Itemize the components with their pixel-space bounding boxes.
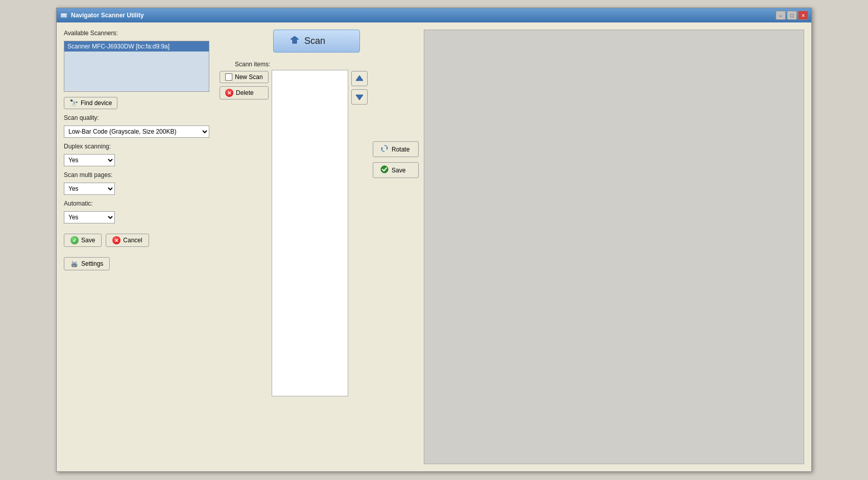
duplex-scanning-label: Duplex scanning: bbox=[64, 143, 209, 150]
main-window: Navigator Scanner Utility – □ ✕ Availabl… bbox=[56, 8, 812, 472]
scan-main-area: New Scan ✕ Delete bbox=[214, 70, 419, 396]
delete-button[interactable]: ✕ Delete bbox=[220, 86, 269, 99]
cancel-settings-label: Cancel bbox=[123, 237, 142, 244]
find-device-button[interactable]: 🔭 Find device bbox=[64, 97, 117, 109]
find-device-row: 🔭 Find device bbox=[64, 97, 209, 109]
delete-label: Delete bbox=[236, 89, 254, 96]
close-button[interactable]: ✕ bbox=[798, 11, 808, 20]
scanner-list[interactable]: Scanner MFC-J6930DW [bc:fa:d9:9a] bbox=[64, 41, 209, 92]
save-scan-label: Save bbox=[392, 167, 405, 174]
available-scanners-section: Available Scanners: Scanner MFC-J6930DW … bbox=[64, 30, 209, 92]
save-icon: ✓ bbox=[70, 236, 79, 244]
settings-icon: 🖨️ bbox=[70, 260, 78, 267]
settings-row: 🖨️ Settings bbox=[64, 257, 209, 270]
save-settings-label: Save bbox=[81, 237, 95, 244]
window-icon bbox=[60, 11, 68, 19]
cancel-icon: ✕ bbox=[112, 236, 120, 244]
left-panel: Available Scanners: Scanner MFC-J6930DW … bbox=[64, 30, 209, 464]
automatic-section: Automatic: Yes No bbox=[64, 200, 209, 223]
title-bar-left: Navigator Scanner Utility bbox=[60, 11, 144, 19]
scroll-down-button[interactable] bbox=[351, 89, 368, 105]
rotate-label: Rotate bbox=[392, 146, 409, 153]
duplex-scanning-select[interactable]: Yes No bbox=[64, 154, 115, 166]
scan-side-buttons: New Scan ✕ Delete bbox=[220, 70, 269, 396]
svg-marker-4 bbox=[356, 75, 363, 81]
scanner-list-item[interactable]: Scanner MFC-J6930DW [bc:fa:d9:9a] bbox=[64, 41, 209, 52]
save-settings-button[interactable]: ✓ Save bbox=[64, 234, 102, 247]
scan-quality-section: Scan quality: Low-Bar Code (Grayscale, S… bbox=[64, 114, 209, 138]
scan-list-area[interactable] bbox=[272, 70, 348, 396]
new-scan-checkbox-icon bbox=[225, 73, 232, 81]
save-scan-button[interactable]: Save bbox=[373, 162, 419, 178]
svg-marker-3 bbox=[291, 36, 299, 43]
right-action-buttons: Rotate Save bbox=[373, 70, 419, 396]
svg-marker-7 bbox=[381, 147, 383, 150]
binoculars-icon: 🔭 bbox=[69, 99, 78, 107]
minimize-button[interactable]: – bbox=[776, 11, 786, 20]
find-device-label: Find device bbox=[81, 99, 112, 107]
preview-panel bbox=[424, 30, 804, 464]
scan-arrow-icon bbox=[289, 34, 300, 48]
new-scan-label: New Scan bbox=[235, 73, 263, 81]
delete-icon: ✕ bbox=[225, 89, 233, 97]
cancel-settings-button[interactable]: ✕ Cancel bbox=[106, 234, 149, 247]
svg-rect-1 bbox=[61, 14, 66, 17]
duplex-scanning-section: Duplex scanning: Yes No bbox=[64, 143, 209, 166]
available-scanners-label: Available Scanners: bbox=[64, 30, 209, 37]
save-scan-icon bbox=[380, 165, 389, 175]
settings-label: Settings bbox=[81, 260, 103, 267]
scan-multi-pages-select[interactable]: Yes No bbox=[64, 183, 115, 195]
scan-quality-select[interactable]: Low-Bar Code (Grayscale, Size 200KB) Med… bbox=[64, 125, 209, 138]
new-scan-button[interactable]: New Scan bbox=[220, 71, 269, 83]
title-bar: Navigator Scanner Utility – □ ✕ bbox=[57, 8, 811, 22]
window-body: Available Scanners: Scanner MFC-J6930DW … bbox=[57, 22, 811, 471]
scan-multi-pages-section: Scan multi pages: Yes No bbox=[64, 171, 209, 195]
settings-button[interactable]: 🖨️ Settings bbox=[64, 257, 110, 270]
rotate-icon bbox=[380, 144, 389, 154]
maximize-button[interactable]: □ bbox=[787, 11, 797, 20]
scan-multi-pages-label: Scan multi pages: bbox=[64, 171, 209, 179]
scann-items-label: Scann items: bbox=[235, 61, 270, 68]
window-title: Navigator Scanner Utility bbox=[71, 12, 144, 19]
scan-button-label: Scan bbox=[304, 36, 325, 46]
svg-marker-6 bbox=[386, 147, 388, 150]
title-bar-controls: – □ ✕ bbox=[776, 11, 808, 20]
bottom-action-buttons: ✓ Save ✕ Cancel bbox=[64, 234, 209, 247]
rotate-button[interactable]: Rotate bbox=[373, 141, 419, 157]
middle-panel: Scan Scann items: New Scan ✕ Delete bbox=[214, 30, 419, 464]
scan-button[interactable]: Scan bbox=[273, 30, 360, 53]
svg-marker-5 bbox=[356, 95, 363, 100]
automatic-label: Automatic: bbox=[64, 200, 209, 207]
scroll-up-button[interactable] bbox=[351, 71, 368, 86]
scan-quality-label: Scan quality: bbox=[64, 114, 209, 121]
scan-nav-buttons bbox=[351, 70, 368, 396]
automatic-select[interactable]: Yes No bbox=[64, 211, 115, 223]
